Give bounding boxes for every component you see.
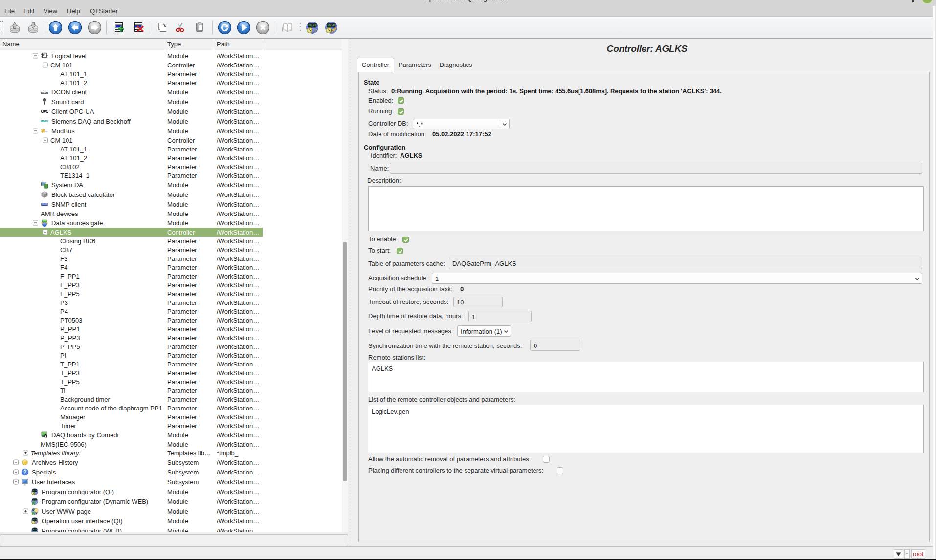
svg-text:SIEMENS: SIEMENS [41,120,48,123]
svg-text:DCON: DCON [41,91,48,94]
svg-text:?: ? [23,469,27,475]
svg-text:10:41: 10:41 [32,519,37,521]
svg-text:10:41: 10:41 [308,24,316,27]
svg-text:bus: bus [45,130,48,132]
svg-text:W: W [32,511,36,515]
svg-text:SNMP: SNMP [41,203,47,206]
svg-text:W: W [32,501,36,505]
svg-text:10:41: 10:41 [32,490,37,492]
svg-text:W: W [32,530,36,532]
svg-text:10:41: 10:41 [327,24,335,27]
svg-text:OPC: OPC [41,109,48,114]
